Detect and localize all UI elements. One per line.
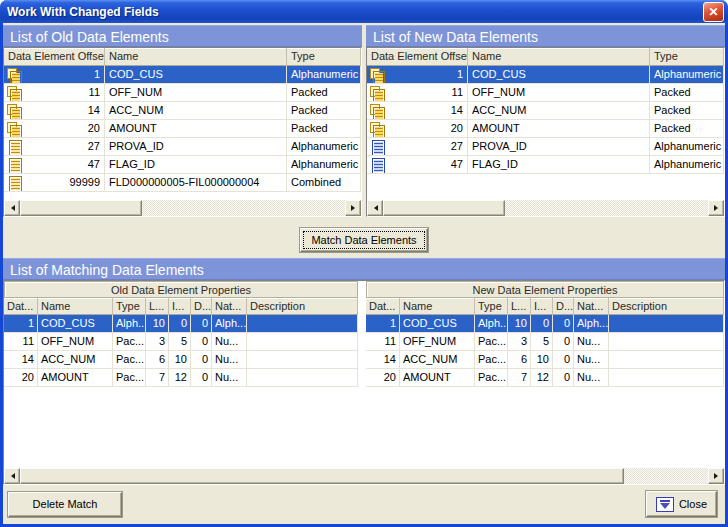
cell: 11 [4, 333, 38, 351]
scroll-track[interactable] [142, 200, 345, 216]
col-header-type[interactable]: Type [287, 48, 361, 66]
col-header-dat[interactable]: Dat... [366, 298, 400, 315]
table-row[interactable]: 47 FLAG_ID Alphanumeric [367, 156, 724, 174]
table-row[interactable]: 11 OFF_NUM Pac... 3 5 0 Nu... [4, 333, 358, 351]
scroll-left-arrow[interactable] [4, 200, 20, 216]
copy-docs-icon [369, 104, 384, 118]
table-row[interactable]: 11 OFF_NUM Packed [4, 84, 361, 102]
offset-value: 99999 [69, 174, 100, 191]
offset-value: 1 [457, 66, 463, 83]
col-header-nature[interactable]: Nat... [212, 298, 247, 315]
cell: ACC_NUM [38, 351, 113, 369]
table-row[interactable]: 11 OFF_NUM Packed [367, 84, 724, 102]
table-row[interactable]: 27 PROVA_ID Alphanumeric [367, 138, 724, 156]
col-header-decimal[interactable]: D... [553, 298, 574, 315]
scroll-thumb[interactable] [383, 200, 505, 216]
cell: 10 [531, 351, 553, 369]
scroll-right-arrow[interactable] [708, 468, 724, 484]
old-grid-hscrollbar[interactable] [4, 200, 361, 216]
copy-docs-icon [6, 104, 21, 118]
table-row[interactable]: 20 AMOUNT Pac... 7 12 0 Nu... [4, 369, 358, 387]
table-row[interactable]: 11 OFF_NUM Pac... 3 5 0 Nu... [366, 333, 724, 351]
table-row[interactable]: 27 PROVA_ID Alphanumeric [4, 138, 361, 156]
offset-cell: 11 [367, 84, 468, 102]
table-row[interactable]: 47 FLAG_ID Alphanumeric [4, 156, 361, 174]
col-header-description[interactable]: Description [609, 298, 724, 315]
scroll-track[interactable] [505, 200, 708, 216]
col-header-name[interactable]: Name [400, 298, 475, 315]
scroll-left-arrow[interactable] [4, 468, 20, 484]
new-grid-hscrollbar[interactable] [367, 200, 724, 216]
type-cell: Packed [650, 120, 724, 138]
delete-match-button[interactable]: Delete Match [8, 492, 122, 517]
match-button-row: Match Data Elements [3, 228, 725, 252]
table-row[interactable]: 14 ACC_NUM Pac... 6 10 0 Nu... [4, 351, 358, 369]
col-header-integer[interactable]: I... [169, 298, 191, 315]
col-header-type[interactable]: Type [650, 48, 724, 66]
col-header-length[interactable]: L... [146, 298, 169, 315]
matching-grid-hscrollbar[interactable] [4, 468, 724, 484]
new-panel-title: List of New Data Elements [366, 25, 725, 47]
col-header-name[interactable]: Name [105, 48, 287, 66]
cell: 0 [191, 369, 212, 387]
cell: AMOUNT [400, 369, 475, 387]
document-icon [6, 176, 21, 190]
col-header-decimal[interactable]: D... [191, 298, 212, 315]
window-close-button[interactable]: ✕ [703, 2, 724, 22]
col-header-name[interactable]: Name [38, 298, 113, 315]
scroll-left-arrow[interactable] [367, 200, 383, 216]
col-header-offset[interactable]: Data Element Offset [367, 48, 468, 66]
scroll-thumb[interactable] [20, 200, 142, 216]
col-header-type[interactable]: Type [475, 298, 508, 315]
cell: 0 [169, 315, 191, 333]
cell: 0 [553, 351, 574, 369]
cell: Pac... [113, 333, 146, 351]
offset-cell: 14 [4, 102, 105, 120]
type-cell: Combined [287, 174, 361, 192]
name-cell: PROVA_ID [468, 138, 650, 156]
cell: 20 [4, 369, 38, 387]
type-cell: Alphanumeric [650, 138, 724, 156]
col-header-nature[interactable]: Nat... [574, 298, 609, 315]
document-icon [369, 140, 384, 154]
col-header-type[interactable]: Type [113, 298, 146, 315]
cell: 12 [169, 369, 191, 387]
table-row[interactable]: 1 COD_CUS Alphanumeric [4, 66, 361, 84]
match-data-elements-button[interactable]: Match Data Elements [300, 228, 427, 252]
table-row[interactable]: 20 AMOUNT Packed [367, 120, 724, 138]
close-button[interactable]: Close [646, 491, 717, 517]
offset-cell: 1 [4, 66, 105, 84]
col-header-length[interactable]: L... [508, 298, 531, 315]
table-row[interactable]: 1 COD_CUS Alph... 10 0 0 Alph... [4, 315, 358, 333]
table-row[interactable]: 20 AMOUNT Packed [4, 120, 361, 138]
col-header-integer[interactable]: I... [531, 298, 553, 315]
col-header-offset[interactable]: Data Element Offset [4, 48, 105, 66]
table-row[interactable]: 99999 FLD000000005-FIL000000004 Combined [4, 174, 361, 192]
cell [609, 351, 724, 369]
cell: 7 [508, 369, 531, 387]
offset-cell: 47 [367, 156, 468, 174]
table-row[interactable]: 1 COD_CUS Alphanumeric [367, 66, 724, 84]
col-header-description[interactable]: Description [247, 298, 358, 315]
scroll-track[interactable] [624, 468, 708, 484]
type-cell: Alphanumeric [287, 66, 361, 84]
scroll-right-arrow[interactable] [345, 200, 361, 216]
scroll-right-arrow[interactable] [708, 200, 724, 216]
type-cell: Packed [287, 84, 361, 102]
table-row[interactable]: 14 ACC_NUM Pac... 6 10 0 Nu... [366, 351, 724, 369]
old-properties-group-header: Old Data Element Properties [4, 281, 358, 298]
table-row[interactable]: 14 ACC_NUM Packed [367, 102, 724, 120]
type-cell: Alphanumeric [650, 66, 724, 84]
col-header-name[interactable]: Name [468, 48, 650, 66]
col-header-dat[interactable]: Dat... [4, 298, 38, 315]
new-elements-grid: Data Element Offset Name Type 1 COD_CUS … [366, 47, 725, 217]
cell: Pac... [475, 351, 508, 369]
table-row[interactable]: 20 AMOUNT Pac... 7 12 0 Nu... [366, 369, 724, 387]
right-triangle-icon [714, 473, 721, 479]
title-bar[interactable]: Work With Changed Fields ✕ [0, 0, 728, 23]
table-row[interactable]: 1 COD_CUS Alph... 10 0 0 Alph... [366, 315, 724, 333]
table-row[interactable]: 14 ACC_NUM Packed [4, 102, 361, 120]
scroll-thumb[interactable] [20, 468, 624, 484]
window-title: Work With Changed Fields [7, 5, 703, 19]
cell [609, 315, 724, 333]
